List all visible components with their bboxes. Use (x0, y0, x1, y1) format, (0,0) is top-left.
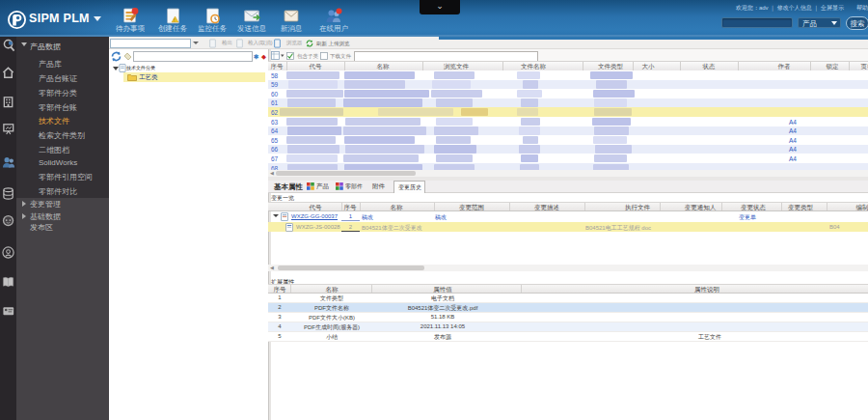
svg-text:!: ! (174, 17, 175, 23)
